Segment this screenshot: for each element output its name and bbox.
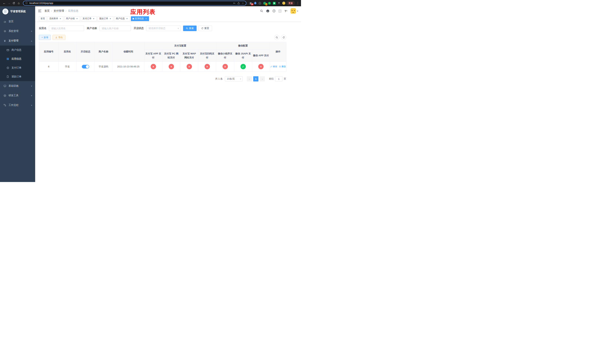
sidebar-item-system[interactable]: 系统管理 ▾ [0, 26, 35, 36]
toggle-search-button[interactable] [274, 35, 279, 40]
tab-home[interactable]: 首页 [39, 16, 47, 21]
add-button[interactable]: + 新增 [39, 35, 51, 40]
delete-link[interactable]: 删除 [279, 65, 286, 68]
refresh-icon [282, 36, 285, 39]
breadcrumb-current: 应用信息 [68, 9, 78, 13]
page-1-button[interactable]: 1 [253, 76, 258, 81]
bookmark-star-icon[interactable]: ☆ [242, 2, 244, 5]
extension-green-icon[interactable]: 1 [263, 2, 266, 5]
fullscreen-icon[interactable] [279, 10, 281, 12]
extension-check-icon[interactable]: ✓ [268, 2, 271, 5]
tab-merchant-info[interactable]: 商户信息× [114, 16, 130, 21]
app-table: 应用编号 应用名 开启状态 商户名称 创建时间 支付宝配置 微信配置 操作 支付… [39, 42, 286, 72]
reset-button[interactable]: 重置 [198, 26, 212, 31]
wx-mini-status-icon: × [223, 64, 228, 69]
status-toggle[interactable] [82, 65, 89, 68]
help-icon[interactable]: ? [272, 10, 275, 12]
forward-button[interactable]: → [7, 1, 11, 6]
url-text: localhost:1024/pay/app [29, 2, 53, 4]
tab-pay-orders[interactable]: 支付订单× [81, 16, 97, 21]
refresh-table-button[interactable] [281, 35, 286, 40]
close-icon[interactable]: × [109, 17, 112, 20]
tab-process-form[interactable]: 流程表单× [48, 16, 63, 21]
col-wx-mini: 微信小程序支付 [216, 50, 234, 62]
font-size-icon[interactable]: TT [285, 10, 287, 12]
extensions-puzzle-icon[interactable]: 10 [249, 2, 252, 5]
alipay-app-status-icon: × [151, 64, 156, 69]
extension-pin-icon[interactable] [278, 2, 280, 4]
address-bar[interactable]: ⓘ localhost:1024/pay/app ☆ [23, 1, 246, 6]
goto-page-input[interactable] [275, 76, 282, 81]
sidebar-logo[interactable]: 芋道管理系统 [0, 6, 35, 17]
wx-jsapi-status-icon: ✓ [240, 64, 246, 69]
sidebar-item-refund-orders[interactable]: 退款订单 [0, 72, 35, 81]
back-button[interactable]: ← [2, 1, 7, 6]
site-info-icon[interactable]: ⓘ [25, 1, 28, 5]
extension-dark-icon[interactable] [258, 2, 261, 5]
sidebar-item-workflow[interactable]: 工作流程 ▾ [0, 100, 35, 110]
sidebar-item-pay-orders[interactable]: ¥ 支付订单 [0, 63, 35, 72]
status-select[interactable]: 请选择开启状态 ▾ [146, 26, 181, 31]
cell-merchant: 芋道源码 [95, 62, 112, 72]
breadcrumb-payment[interactable]: 支付管理 [54, 9, 64, 13]
browser-menu-icon[interactable]: ⋮ [296, 1, 299, 5]
edit-link[interactable]: 修改 [270, 65, 277, 68]
close-icon[interactable]: × [59, 17, 62, 20]
close-icon[interactable]: × [145, 17, 147, 20]
tab-refund-orders[interactable]: 退款订单× [97, 16, 113, 21]
prev-page-button[interactable]: ‹ [247, 76, 252, 81]
goto-label: 前往 [269, 77, 274, 81]
cell-app-id: 6 [39, 62, 58, 72]
svg-text:¥: ¥ [7, 67, 8, 68]
pencil-icon [270, 65, 272, 68]
tags-bar: 首页 流程表单× 用户分组× 支付订单× 退款订单× 商户信息× 应用信息× [35, 16, 301, 22]
app-name-input[interactable] [49, 26, 84, 31]
extensions-badge: 10 [251, 3, 253, 5]
export-button[interactable]: 导出 [53, 35, 65, 40]
password-key-icon[interactable] [233, 2, 236, 4]
dashboard-icon [3, 20, 7, 23]
yen-icon: ¥ [3, 39, 7, 43]
tab-user-group[interactable]: 用户分组× [64, 16, 80, 21]
app-header: 首页 / 支付管理 / 应用信息 ? TT [35, 6, 301, 16]
sidebar-item-app-info[interactable]: 应用信息 [0, 54, 35, 63]
share-icon[interactable] [237, 2, 240, 4]
extension-wechat-icon[interactable] [273, 2, 276, 5]
alipay-qr-status-icon: × [204, 64, 210, 69]
page-body: 应用名 商户名称 开启状态 请选择开启状态 ▾ 搜索 重置 [35, 22, 301, 182]
hamburger-icon[interactable] [38, 9, 42, 13]
search-button[interactable]: 搜索 [183, 26, 197, 31]
github-icon[interactable] [266, 10, 269, 13]
extension-emoji-icon[interactable] [282, 2, 285, 5]
col-actions: 操作 [270, 42, 286, 62]
sidebar-item-infrastructure[interactable]: 基础设施 ▾ [0, 81, 35, 91]
page-size-select[interactable]: 10条/页 ▾ [225, 76, 243, 81]
trash-icon [279, 65, 281, 68]
close-icon[interactable]: × [126, 17, 128, 20]
search-icon[interactable] [260, 10, 263, 12]
sidebar-item-merchant-info[interactable]: 商户信息 [0, 45, 35, 54]
active-dot [133, 18, 134, 20]
chevron-down-icon: ▾ [31, 85, 32, 87]
breadcrumb-home[interactable]: 首页 [44, 9, 50, 13]
merchant-name-input[interactable] [99, 26, 131, 31]
merchant-name-label: 商户名称 [87, 27, 97, 30]
search-icon [276, 36, 278, 39]
reload-button[interactable] [11, 1, 16, 6]
sidebar-item-home[interactable]: 首页 [0, 17, 35, 26]
col-app-name: 应用名 [58, 42, 76, 62]
extension-drop-icon[interactable] [254, 2, 256, 4]
close-icon[interactable]: × [76, 17, 78, 20]
close-icon[interactable]: × [92, 17, 95, 20]
col-app-id: 应用编号 [39, 42, 58, 62]
tab-app-info[interactable]: 应用信息× [131, 16, 149, 21]
user-avatar[interactable]: ▾ [290, 8, 298, 14]
sidebar-item-dev-tools[interactable]: 研发工具 ▾ [0, 91, 35, 100]
home-button[interactable]: ⌂ [16, 1, 21, 6]
sidebar-menu: 首页 系统管理 ▾ ¥ 支付管理 ▴ 商户信息 [0, 17, 35, 182]
workflow-icon [3, 104, 7, 107]
alipay-pc-status-icon: × [169, 64, 174, 69]
next-page-button[interactable]: › [260, 76, 265, 81]
update-button[interactable]: 更新 [286, 1, 295, 5]
sidebar-item-payment[interactable]: ¥ 支付管理 ▴ [0, 36, 35, 45]
